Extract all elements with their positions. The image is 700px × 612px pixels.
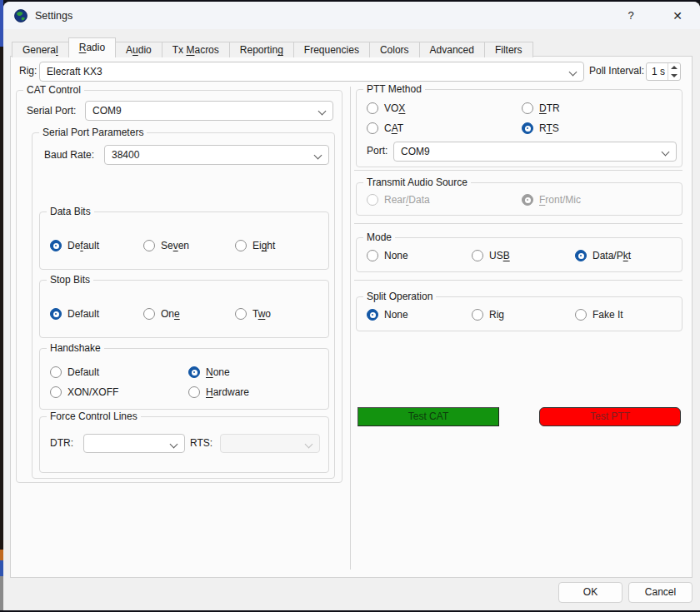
radio-ptt-dtr[interactable]: DTR: [522, 102, 560, 115]
chevron-down-icon: [314, 152, 322, 160]
tab-radio[interactable]: Radio: [68, 37, 116, 57]
chevron-down-icon: [305, 440, 313, 449]
column-divider: [350, 87, 351, 570]
transmit-audio-source-title: Transmit Audio Source: [363, 177, 471, 188]
radio-stop-bits-two[interactable]: Two: [235, 307, 271, 321]
chevron-down-icon: [318, 107, 327, 116]
radio-icon: [188, 366, 200, 378]
poll-interval-label: Poll Interval:: [589, 65, 644, 77]
radio-stop-bits-one[interactable]: One: [143, 307, 180, 321]
radio-mode-none[interactable]: None: [367, 249, 408, 262]
radio-mode-usb[interactable]: USB: [472, 249, 510, 262]
rig-combobox[interactable]: Elecraft KX3: [39, 62, 584, 82]
tab-colors[interactable]: Colors: [369, 42, 420, 57]
serial-port-combobox[interactable]: COM9: [85, 101, 333, 121]
tab-advanced[interactable]: Advanced: [419, 42, 485, 57]
radio-data-bits-default[interactable]: Default: [50, 239, 99, 252]
handshake-title: Handshake: [47, 342, 104, 354]
spin-down-button[interactable]: [668, 72, 680, 80]
radio-icon: [50, 308, 62, 320]
ptt-port-combobox[interactable]: COM9: [393, 142, 677, 162]
separator: [354, 223, 682, 224]
title-bar: Settings ? ✕: [3, 2, 700, 29]
radio-handshake-xonxoff[interactable]: XON/XOFF: [50, 386, 118, 399]
ptt-port-label: Port:: [367, 145, 388, 157]
mode-title: Mode: [363, 231, 395, 243]
handshake-group: Handshake Default None XON/XOFF: [39, 348, 329, 410]
radio-data-bits-seven[interactable]: Seven: [143, 239, 189, 252]
ptt-port-value: COM9: [401, 146, 430, 157]
stop-bits-title: Stop Bits: [47, 274, 93, 286]
app-globe-icon: [14, 9, 28, 22]
baud-rate-label: Baud Rate:: [44, 149, 94, 161]
separator: [354, 170, 682, 171]
tab-general[interactable]: General: [12, 42, 69, 57]
tab-frequencies[interactable]: Frequencies: [293, 42, 370, 57]
tab-reporting[interactable]: Reporting: [229, 42, 294, 57]
tab-tx-macros[interactable]: Tx Macros: [162, 42, 230, 57]
radio-split-none[interactable]: None: [367, 308, 408, 321]
tab-audio[interactable]: Audio: [115, 42, 162, 57]
poll-interval-value: 1 s: [647, 63, 668, 80]
ok-button[interactable]: OK: [558, 582, 622, 603]
radio-data-bits-eight[interactable]: Eight: [235, 239, 275, 252]
radio-icon: [188, 386, 200, 398]
tab-filters[interactable]: Filters: [484, 42, 533, 57]
ptt-method-title: PTT Method: [363, 83, 425, 95]
force-control-lines-title: Force Control Lines: [47, 410, 141, 422]
radio-icon: [143, 308, 155, 320]
mode-group: Mode None USB Data/Pkt: [356, 237, 682, 272]
radio-icon: [575, 250, 587, 261]
cancel-button[interactable]: Cancel: [628, 582, 692, 603]
spin-down-icon: [671, 74, 678, 77]
cat-control-title: CAT Control: [23, 84, 84, 96]
radio-mode-data-pkt[interactable]: Data/Pkt: [575, 249, 631, 262]
radio-icon: [235, 308, 247, 320]
radio-icon: [50, 366, 62, 378]
help-button[interactable]: ?: [617, 4, 645, 27]
radio-handshake-hardware[interactable]: Hardware: [188, 386, 249, 399]
radio-front-mic: Front/Mic: [522, 193, 581, 206]
test-ptt-button[interactable]: Test PTT: [539, 407, 681, 426]
dtr-combobox[interactable]: [83, 434, 185, 453]
radio-icon: [143, 240, 155, 251]
rig-label: Rig:: [19, 65, 37, 77]
radio-handshake-default[interactable]: Default: [50, 366, 99, 379]
split-operation-group: Split Operation None Rig Fake It: [356, 296, 682, 331]
radio-icon: [522, 102, 533, 114]
poll-interval-spinbox[interactable]: 1 s: [646, 62, 681, 81]
radio-handshake-none[interactable]: None: [188, 366, 230, 379]
radio-split-rig[interactable]: Rig: [472, 308, 504, 321]
data-bits-group: Data Bits Default Seven Eight: [39, 211, 329, 270]
test-cat-button[interactable]: Test CAT: [358, 407, 499, 426]
radio-icon: [472, 309, 483, 321]
radio-icon: [50, 240, 62, 251]
radio-split-fake-it[interactable]: Fake It: [575, 308, 623, 321]
radio-ptt-vox[interactable]: VOX: [367, 102, 405, 115]
tab-bar: General Radio Audio Tx Macros Reporting …: [12, 37, 532, 57]
force-control-lines-group: Force Control Lines DTR: RTS:: [39, 416, 329, 473]
radio-icon: [575, 309, 587, 321]
radio-stop-bits-default[interactable]: Default: [50, 307, 99, 321]
stop-bits-group: Stop Bits Default One Two: [39, 280, 329, 338]
serial-port-parameters-group: Serial Port Parameters Baud Rate: 38400 …: [32, 132, 335, 479]
spin-up-icon: [671, 66, 678, 69]
close-button[interactable]: ✕: [663, 4, 692, 27]
radio-icon: [367, 250, 378, 261]
chevron-down-icon: [569, 68, 578, 77]
serial-port-label: Serial Port:: [27, 105, 76, 117]
radio-icon: [367, 102, 378, 114]
radio-icon: [367, 194, 378, 206]
split-operation-title: Split Operation: [363, 291, 436, 302]
serial-port-value: COM9: [92, 105, 122, 117]
rts-combobox[interactable]: [220, 434, 320, 453]
radio-icon: [50, 386, 62, 398]
radio-icon: [522, 122, 533, 134]
baud-rate-combobox[interactable]: 38400: [104, 145, 329, 165]
radio-icon: [367, 309, 378, 321]
spin-up-button[interactable]: [668, 63, 680, 72]
radio-icon: [472, 250, 483, 261]
radio-ptt-cat[interactable]: CAT: [367, 122, 403, 135]
radio-icon: [522, 194, 533, 206]
radio-ptt-rts[interactable]: RTS: [522, 122, 559, 135]
